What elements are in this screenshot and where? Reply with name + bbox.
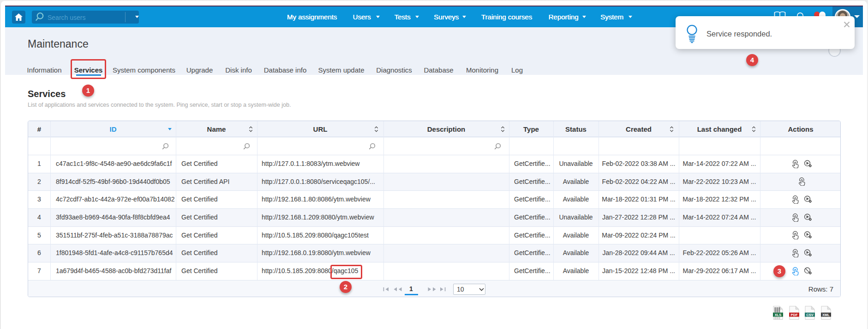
svg-text:XLS: XLS bbox=[775, 313, 782, 317]
svg-text:PDF: PDF bbox=[791, 313, 798, 317]
svg-text:CSV: CSV bbox=[806, 313, 813, 317]
svg-text:XML: XML bbox=[822, 313, 830, 317]
